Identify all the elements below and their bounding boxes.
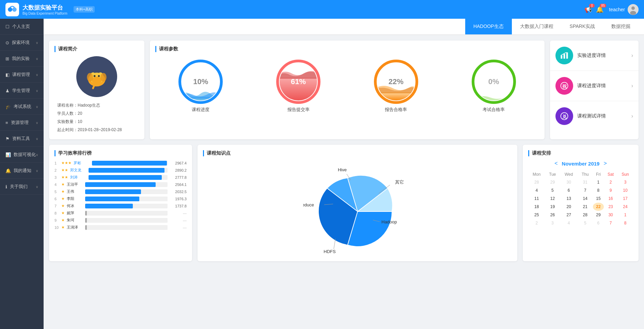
sidebar-label-about: 关于我们: [10, 184, 28, 190]
gauge-value-4: 0%: [488, 77, 499, 86]
content-area: 课程简介: [44, 35, 644, 329]
about-icon: ℹ: [5, 184, 7, 189]
sidebar-label-notification: 我的通知: [14, 168, 31, 174]
gauge-value-1: 10%: [193, 77, 208, 86]
cal-day: 29: [545, 178, 560, 186]
sidebar-item-notification[interactable]: 🔔 我的通知 ∨: [0, 163, 44, 179]
gauge-value-3: 22%: [389, 77, 404, 86]
gauge-course-progress: 10% 课程进度: [178, 60, 223, 113]
gauge-label-3: 报告合格率: [385, 107, 407, 113]
resource-chevron: ∨: [36, 121, 38, 125]
exp-count-value: 10: [78, 119, 82, 124]
visualization-chevron: ∨: [36, 153, 38, 157]
svg-point-13: [87, 73, 93, 81]
sidebar-item-experiment[interactable]: ⊞ 我的实验 ∨: [0, 51, 44, 67]
right-panel-card: 实验进度详情 › 祝 课程进度详情 ›: [550, 41, 639, 139]
user-avatar: [628, 4, 639, 15]
svg-text:HDFS: HDFS: [324, 249, 336, 254]
bell-button[interactable]: 🔔85: [596, 6, 603, 13]
sidebar-item-tools[interactable]: ⚑ 资料工具 ∨: [0, 131, 44, 147]
tab-bigdata[interactable]: 大数据入门课程: [512, 19, 562, 34]
weekday-wed: Wed: [560, 171, 578, 178]
cal-month-label: November 2019: [562, 161, 600, 167]
cal-day: 30: [604, 211, 617, 219]
notification-group: 📢0 🔔85: [584, 6, 603, 13]
cal-next-button[interactable]: >: [603, 160, 607, 167]
tab-spark[interactable]: SPARK实战: [562, 19, 603, 34]
megaphone-button[interactable]: 📢0: [584, 6, 592, 13]
time-value: 2019-01-28~2019-02-28: [78, 127, 122, 132]
rank-item-10: 10 ★ 王润泽 —: [54, 225, 187, 230]
rank-item-3: 3 ★★ 刘涛 2777.8: [54, 175, 187, 180]
cal-day: 17: [617, 194, 633, 203]
student-count-value: 20: [78, 111, 82, 116]
time-label: 起止时间：: [57, 127, 78, 132]
logo-subtitle: Big Data Experiment Platform: [22, 12, 67, 15]
exp-count-label: 实验数量：: [57, 119, 78, 124]
exam-icon: 🎓: [5, 104, 11, 109]
course-logo: [76, 56, 117, 97]
svg-rect-16: [564, 54, 565, 59]
calendar-table: Mon Tue Wed Thu Fri Sat Sun 28: [528, 171, 633, 227]
sidebar-item-exam[interactable]: 🎓 考试系统 ∨: [0, 99, 44, 115]
panel-item-course-progress[interactable]: 祝 课程进度详情 ›: [550, 71, 639, 101]
course-params-card: 课程参数 10%: [150, 41, 545, 139]
sidebar-item-visualization[interactable]: 📊 数据可视化 ∨: [0, 147, 44, 163]
panel-item-course-test[interactable]: 兑 课程测试详情 ›: [550, 101, 639, 131]
gauge-inner-4: 0%: [475, 63, 513, 100]
sidebar-item-course[interactable]: ◧ 课程管理 ∨: [0, 67, 44, 83]
cal-day: 11: [528, 194, 545, 203]
sidebar-item-student[interactable]: ♟ 学生管理 ∨: [0, 83, 44, 99]
user-info[interactable]: teacher: [609, 4, 639, 15]
gauge-inner-1: 10%: [182, 63, 219, 100]
svg-rect-15: [561, 56, 563, 59]
header: 大数据实验平台 Big Data Experiment Platform 本科+…: [0, 0, 644, 19]
cal-day: 13: [560, 194, 578, 203]
gauge-inner-3: 22%: [377, 63, 415, 100]
sidebar-label-student: 学生管理: [12, 88, 30, 94]
svg-text:MapReduce: MapReduce: [303, 202, 314, 207]
cal-day: 3: [545, 219, 560, 227]
sidebar-item-explore[interactable]: ⊙ 探索环境 ∨: [0, 35, 44, 51]
cal-day: 28: [578, 211, 593, 219]
cal-prev-button[interactable]: <: [554, 160, 557, 167]
panel-item-experiment[interactable]: 实验进度详情 ›: [550, 41, 639, 71]
sidebar-item-about[interactable]: ℹ 关于我们 ∨: [0, 179, 44, 195]
weekday-sat: Sat: [604, 171, 617, 178]
explore-icon: ⊙: [5, 40, 9, 45]
tab-hadoop[interactable]: HADOOP生态: [465, 19, 512, 34]
experiment-progress-label: 实验进度详情: [577, 52, 627, 59]
sidebar-item-resource[interactable]: ≡ 资源管理 ∨: [0, 115, 44, 131]
cal-day: 5: [578, 219, 593, 227]
svg-point-11: [94, 75, 95, 77]
gauge-label-1: 课程进度: [192, 107, 209, 113]
svg-text:其它: 其它: [395, 179, 404, 185]
course-progress-arrow: ›: [631, 83, 633, 89]
schedule-title: 课程安排: [528, 150, 633, 156]
course-test-icon: 兑: [555, 107, 573, 125]
svg-point-4: [630, 11, 636, 15]
svg-point-3: [631, 6, 635, 10]
logo-text: 大数据实验平台 Big Data Experiment Platform: [22, 4, 67, 15]
svg-point-12: [98, 75, 100, 77]
cal-day: 1: [617, 211, 633, 219]
cal-day: 8: [593, 186, 604, 194]
main-content: HADOOP生态 大数据入门课程 SPARK实战 数据挖掘 课程简介: [44, 19, 644, 329]
sidebar-item-home[interactable]: ☐ 个人主页: [0, 19, 44, 35]
sidebar-label-home: 个人主页: [12, 24, 30, 30]
cal-day: 10: [617, 186, 633, 194]
cal-day: 14: [578, 194, 593, 203]
cal-day: 2: [604, 178, 617, 186]
course-info: 课程名称：Hadoop生态 学员人数：20 实验数量：10 起止时间：2019-…: [54, 101, 139, 134]
top-row: 课程简介: [49, 41, 639, 139]
rank-item-6: 6 ★ 李阳 1976.3: [54, 196, 187, 201]
gauge-label-4: 考试合格率: [483, 107, 505, 113]
sidebar-label-exam: 考试系统: [14, 104, 31, 110]
weekday-fri: Fri: [593, 171, 604, 178]
ranking-title: 学习效率排行榜: [54, 150, 187, 156]
svg-point-0: [8, 7, 12, 12]
megaphone-badge: 0: [589, 4, 595, 7]
tab-datamining[interactable]: 数据挖掘: [603, 19, 639, 34]
cal-day: 26: [545, 211, 560, 219]
knowledge-card: 课程知识点: [198, 145, 517, 261]
